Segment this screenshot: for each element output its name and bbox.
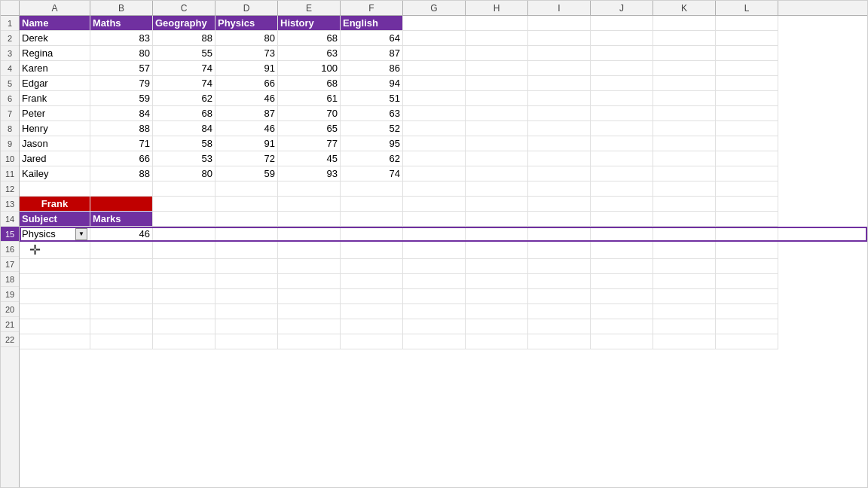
cell-g12[interactable] bbox=[403, 181, 466, 197]
cell-e2[interactable]: 68 bbox=[278, 31, 341, 46]
cell-i19[interactable] bbox=[528, 289, 591, 304]
cell-g3[interactable] bbox=[403, 46, 466, 61]
cell-h19[interactable] bbox=[466, 289, 528, 304]
cell-g1[interactable] bbox=[403, 16, 466, 31]
cell-c17[interactable] bbox=[153, 259, 215, 274]
row-num-2[interactable]: 2 bbox=[1, 31, 19, 46]
cell-l14[interactable] bbox=[716, 212, 778, 227]
cell-a13-frank-title[interactable]: Frank bbox=[20, 197, 90, 212]
cell-c1[interactable]: Geography bbox=[153, 16, 215, 31]
cell-e20[interactable] bbox=[278, 304, 341, 319]
cell-e7[interactable]: 70 bbox=[278, 106, 341, 121]
cell-e5[interactable]: 68 bbox=[278, 76, 341, 91]
cell-f3[interactable]: 87 bbox=[341, 46, 403, 61]
cell-h12[interactable] bbox=[466, 181, 528, 197]
cell-c19[interactable] bbox=[153, 289, 215, 304]
col-header-e[interactable]: E bbox=[278, 1, 341, 15]
cell-g16[interactable] bbox=[403, 242, 466, 259]
cell-a6[interactable]: Frank bbox=[20, 91, 90, 106]
cell-k7[interactable] bbox=[653, 106, 716, 121]
cell-h20[interactable] bbox=[466, 304, 528, 319]
cell-b19[interactable] bbox=[90, 289, 153, 304]
cell-j2[interactable] bbox=[591, 31, 653, 46]
cell-h8[interactable] bbox=[466, 121, 528, 136]
cell-f15[interactable] bbox=[341, 227, 403, 242]
cell-c6[interactable]: 62 bbox=[153, 91, 215, 106]
cell-a17[interactable] bbox=[20, 259, 90, 274]
cell-l6[interactable] bbox=[716, 91, 778, 106]
cell-f4[interactable]: 86 bbox=[341, 61, 403, 76]
col-header-h[interactable]: H bbox=[466, 1, 528, 15]
cell-g8[interactable] bbox=[403, 121, 466, 136]
row-num-18[interactable]: 18 bbox=[1, 272, 19, 287]
cell-k12[interactable] bbox=[653, 181, 716, 197]
cell-c21[interactable] bbox=[153, 319, 215, 334]
col-header-d[interactable]: D bbox=[215, 1, 278, 15]
cell-e3[interactable]: 63 bbox=[278, 46, 341, 61]
cell-e1[interactable]: History bbox=[278, 16, 341, 31]
cell-c3[interactable]: 55 bbox=[153, 46, 215, 61]
cell-b15-marks-value[interactable]: 46 bbox=[90, 227, 153, 242]
cell-h3[interactable] bbox=[466, 46, 528, 61]
cell-j1[interactable] bbox=[591, 16, 653, 31]
cell-c18[interactable] bbox=[153, 274, 215, 289]
row-num-20[interactable]: 20 bbox=[1, 302, 19, 317]
cell-j19[interactable] bbox=[591, 289, 653, 304]
row-num-19[interactable]: 19 bbox=[1, 287, 19, 302]
row-num-4[interactable]: 4 bbox=[1, 61, 19, 76]
cell-l13[interactable] bbox=[716, 197, 778, 212]
cell-f22[interactable] bbox=[341, 334, 403, 349]
cell-a16[interactable]: ✛ bbox=[20, 242, 90, 259]
cell-c20[interactable] bbox=[153, 304, 215, 319]
row-num-5[interactable]: 5 bbox=[1, 76, 19, 91]
cell-c12[interactable] bbox=[153, 181, 215, 197]
cell-j10[interactable] bbox=[591, 151, 653, 166]
cell-d1[interactable]: Physics bbox=[215, 16, 278, 31]
cell-l4[interactable] bbox=[716, 61, 778, 76]
cell-e19[interactable] bbox=[278, 289, 341, 304]
cell-d3[interactable]: 73 bbox=[215, 46, 278, 61]
cell-g6[interactable] bbox=[403, 91, 466, 106]
cell-c15[interactable] bbox=[153, 227, 215, 242]
col-header-a[interactable]: A bbox=[20, 1, 90, 15]
cell-a11[interactable]: Kailey bbox=[20, 166, 90, 181]
cell-k9[interactable] bbox=[653, 136, 716, 151]
cell-h5[interactable] bbox=[466, 76, 528, 91]
cell-i2[interactable] bbox=[528, 31, 591, 46]
cell-k19[interactable] bbox=[653, 289, 716, 304]
cell-b8[interactable]: 88 bbox=[90, 121, 153, 136]
cell-a18[interactable] bbox=[20, 274, 90, 289]
cell-j20[interactable] bbox=[591, 304, 653, 319]
cell-k8[interactable] bbox=[653, 121, 716, 136]
cell-l18[interactable] bbox=[716, 274, 778, 289]
cell-f21[interactable] bbox=[341, 319, 403, 334]
cell-a15-physics[interactable]: Physics ▼ bbox=[20, 227, 90, 242]
cell-a10[interactable]: Jared bbox=[20, 151, 90, 166]
cell-f9[interactable]: 95 bbox=[341, 136, 403, 151]
cell-d9[interactable]: 91 bbox=[215, 136, 278, 151]
cell-b6[interactable]: 59 bbox=[90, 91, 153, 106]
cell-b22[interactable] bbox=[90, 334, 153, 349]
cell-h10[interactable] bbox=[466, 151, 528, 166]
cell-f13[interactable] bbox=[341, 197, 403, 212]
cell-f19[interactable] bbox=[341, 289, 403, 304]
cell-j9[interactable] bbox=[591, 136, 653, 151]
cell-i8[interactable] bbox=[528, 121, 591, 136]
cell-l20[interactable] bbox=[716, 304, 778, 319]
cell-e10[interactable]: 45 bbox=[278, 151, 341, 166]
cell-j17[interactable] bbox=[591, 259, 653, 274]
row-num-11[interactable]: 11 bbox=[1, 166, 19, 181]
cell-j22[interactable] bbox=[591, 334, 653, 349]
cell-e13[interactable] bbox=[278, 197, 341, 212]
cell-a7[interactable]: Peter bbox=[20, 106, 90, 121]
cell-i21[interactable] bbox=[528, 319, 591, 334]
cell-k16[interactable] bbox=[653, 242, 716, 259]
cell-g9[interactable] bbox=[403, 136, 466, 151]
col-header-f[interactable]: F bbox=[341, 1, 403, 15]
col-header-l[interactable]: L bbox=[716, 1, 778, 15]
cell-f5[interactable]: 94 bbox=[341, 76, 403, 91]
cell-g20[interactable] bbox=[403, 304, 466, 319]
cell-b10[interactable]: 66 bbox=[90, 151, 153, 166]
row-num-16[interactable]: 16 bbox=[1, 242, 19, 257]
cell-i13[interactable] bbox=[528, 197, 591, 212]
